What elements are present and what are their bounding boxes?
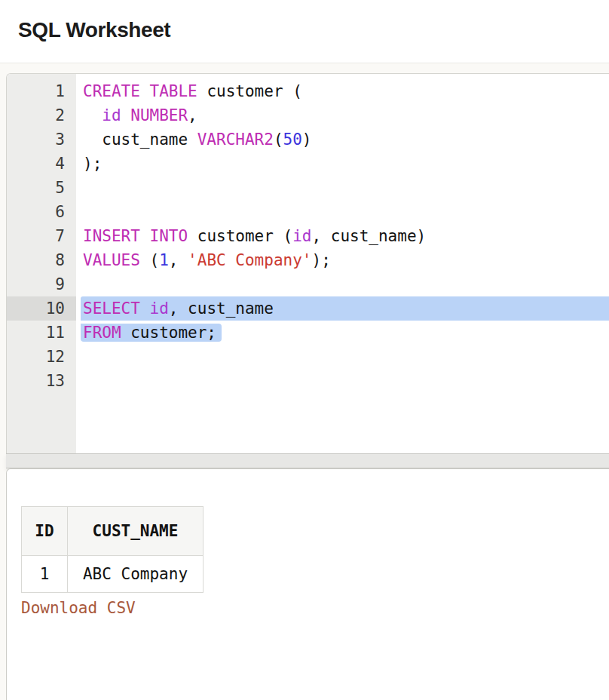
code-token-pl bbox=[83, 106, 102, 124]
gutter-line-number: 8 bbox=[7, 248, 76, 272]
code-token-pl bbox=[121, 106, 131, 124]
code-token-kw: FROM bbox=[83, 324, 121, 342]
table-cell: ABC Company bbox=[68, 556, 204, 593]
code-line: FROM customer; bbox=[76, 321, 609, 345]
results-table: IDCUST_NAME 1ABC Company bbox=[21, 506, 204, 593]
results-panel: IDCUST_NAME 1ABC Company Download CSV bbox=[6, 468, 609, 700]
code-line: VALUES (1, 'ABC Company'); bbox=[76, 248, 609, 272]
code-token-pl: cust_name bbox=[83, 130, 197, 149]
download-csv-link[interactable]: Download CSV bbox=[21, 599, 136, 617]
code-line: SELECT id, cust_name bbox=[81, 296, 609, 321]
gutter-line-number: 7 bbox=[7, 224, 76, 248]
code-line: ); bbox=[76, 152, 609, 176]
code-line bbox=[76, 369, 609, 393]
table-row: 1ABC Company bbox=[22, 556, 204, 593]
code-token-pl: , bbox=[169, 251, 188, 269]
code-token-kw: SELECT bbox=[83, 299, 140, 318]
code-token-kw: VARCHAR2 bbox=[197, 130, 274, 149]
page-header: SQL Worksheet bbox=[0, 0, 609, 63]
editor-gutter: 12345678910111213 bbox=[7, 74, 76, 453]
code-token-kw: NUMBER bbox=[130, 106, 188, 124]
code-token-kw: CREATE bbox=[83, 82, 140, 100]
code-token-pl bbox=[140, 227, 150, 245]
code-token-pl: , cust_name bbox=[169, 299, 274, 318]
gutter-line-number: 10 bbox=[7, 296, 76, 321]
code-token-pl: ); bbox=[83, 155, 102, 173]
text-selection: FROM customer; bbox=[81, 324, 222, 342]
code-token-pl: customer ( bbox=[197, 82, 302, 100]
gutter-line-number: 4 bbox=[7, 152, 76, 176]
code-line: CREATE TABLE customer ( bbox=[76, 79, 609, 103]
gutter-line-number: 11 bbox=[7, 321, 76, 345]
table-cell: 1 bbox=[22, 556, 68, 593]
column-header: CUST_NAME bbox=[68, 507, 204, 556]
gutter-line-number: 9 bbox=[7, 272, 76, 296]
code-token-kw: TABLE bbox=[150, 82, 197, 100]
results-header-row: IDCUST_NAME bbox=[22, 507, 204, 556]
code-token-kw: INTO bbox=[150, 227, 188, 245]
code-token-pl: , bbox=[188, 106, 197, 124]
editor-code[interactable]: CREATE TABLE customer ( id NUMBER, cust_… bbox=[76, 74, 609, 453]
code-token-pl bbox=[140, 299, 150, 318]
code-token-pl bbox=[140, 82, 150, 100]
code-line bbox=[76, 345, 609, 369]
code-token-pl: ) bbox=[302, 130, 312, 149]
code-token-pl: ); bbox=[311, 251, 330, 269]
code-line bbox=[76, 176, 609, 200]
code-token-pl: ( bbox=[140, 251, 159, 269]
code-line: cust_name VARCHAR2(50) bbox=[76, 127, 609, 152]
workspace: 12345678910111213 CREATE TABLE customer … bbox=[0, 63, 609, 700]
code-token-id: id bbox=[102, 106, 121, 124]
code-token-kw: VALUES bbox=[83, 251, 140, 269]
gutter-line-number: 5 bbox=[7, 176, 76, 200]
gutter-line-number: 2 bbox=[7, 103, 76, 127]
gutter-line-number: 3 bbox=[7, 127, 76, 152]
code-token-pl: customer; bbox=[121, 324, 216, 342]
code-token-id: id bbox=[292, 227, 311, 245]
code-token-kw: INSERT bbox=[83, 227, 140, 245]
gutter-line-number: 1 bbox=[7, 79, 76, 103]
code-token-pl: customer ( bbox=[188, 227, 292, 245]
code-token-str: 'ABC Company' bbox=[188, 251, 311, 269]
results-body: 1ABC Company bbox=[22, 556, 204, 593]
code-token-num: 1 bbox=[159, 251, 169, 269]
code-token-num: 50 bbox=[283, 130, 302, 149]
code-line: id NUMBER, bbox=[76, 103, 609, 127]
code-line bbox=[76, 200, 609, 224]
editor-resize-handle[interactable] bbox=[6, 453, 609, 468]
column-header: ID bbox=[22, 507, 68, 556]
code-token-id: id bbox=[150, 299, 169, 318]
code-line: INSERT INTO customer (id, cust_name) bbox=[76, 224, 609, 248]
code-line bbox=[76, 272, 609, 296]
code-token-pl: , cust_name) bbox=[311, 227, 426, 245]
code-token-pl: ( bbox=[274, 130, 283, 149]
gutter-line-number: 13 bbox=[7, 369, 76, 393]
gutter-line-number: 6 bbox=[7, 200, 76, 224]
gutter-line-number: 12 bbox=[7, 345, 76, 369]
sql-editor[interactable]: 12345678910111213 CREATE TABLE customer … bbox=[6, 73, 609, 453]
page-title: SQL Worksheet bbox=[18, 18, 609, 42]
